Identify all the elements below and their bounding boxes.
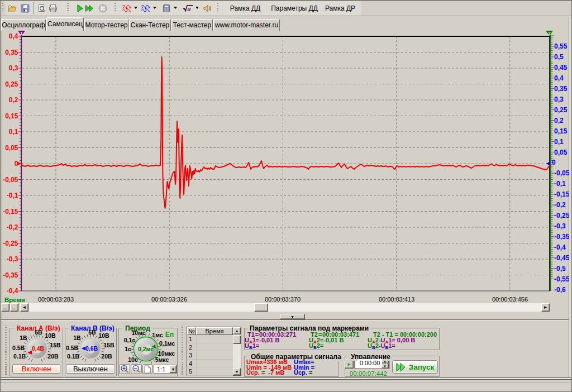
svg-text:0.1В: 0.1В: [67, 353, 80, 360]
svg-text:-0,3: -0,3: [554, 222, 566, 230]
svg-text:-0,4: -0,4: [7, 287, 18, 295]
svg-text:-0,3: -0,3: [7, 255, 18, 263]
svg-text:00:00:03:326: 00:00:03:326: [151, 296, 187, 303]
svg-text:0,15: 0,15: [5, 112, 18, 120]
svg-text:0,1с: 0,1с: [123, 337, 135, 343]
svg-text:10мс: 10мс: [131, 329, 145, 336]
svg-text:0,4: 0,4: [554, 74, 564, 82]
svg-text:5мкс: 5мкс: [155, 356, 169, 363]
svg-text:0,3: 0,3: [9, 64, 18, 72]
svg-text:0.1В: 0.1В: [13, 353, 26, 360]
svg-text:0,5: 0,5: [554, 53, 564, 61]
svg-text:0,1: 0,1: [9, 128, 18, 136]
svg-text:Время: Время: [4, 297, 25, 303]
svg-text:α: α: [188, 6, 192, 12]
svg-text:0,45: 0,45: [554, 64, 568, 71]
svg-text:−: −: [134, 365, 137, 371]
svg-text:20В: 20В: [101, 353, 112, 360]
svg-text:-0,1: -0,1: [554, 180, 566, 188]
svg-text:-0,15: -0,15: [3, 208, 18, 216]
svg-text:0,4В: 0,4В: [32, 345, 45, 352]
svg-text:1В: 1В: [73, 334, 81, 341]
svg-text:-0,35: -0,35: [554, 233, 570, 241]
svg-text:0.5В: 0.5В: [12, 345, 25, 351]
svg-text:10В: 10В: [98, 332, 109, 339]
svg-text:0,35: 0,35: [554, 85, 568, 93]
svg-text:-0,45: -0,45: [554, 254, 570, 262]
svg-text:-0,6: -0,6: [554, 286, 566, 294]
svg-text:00:00:03:413: 00:00:03:413: [379, 296, 414, 303]
svg-text:0,35: 0,35: [5, 49, 18, 56]
svg-text:1В: 1В: [20, 334, 27, 341]
svg-text:15В: 15В: [50, 342, 61, 348]
svg-text:0,2мс: 0,2мс: [137, 346, 153, 352]
svg-text:+: +: [122, 365, 126, 371]
svg-text:1: 1: [20, 31, 23, 36]
svg-text:-0,05: -0,05: [3, 176, 18, 184]
svg-text:-0,55: -0,55: [554, 275, 570, 283]
svg-text:0,25: 0,25: [554, 106, 568, 114]
svg-text:0.5В: 0.5В: [66, 345, 79, 351]
svg-text:-0,2: -0,2: [554, 201, 566, 209]
svg-text:0,1мс: 0,1мс: [159, 340, 174, 347]
svg-text:-0,25: -0,25: [554, 212, 570, 219]
svg-text:-0,25: -0,25: [3, 240, 18, 247]
svg-text:20В: 20В: [47, 353, 59, 360]
svg-text:00:00:03:456: 00:00:03:456: [492, 296, 528, 303]
svg-text:0,05: 0,05: [554, 149, 568, 156]
svg-text:0,2: 0,2: [554, 117, 564, 125]
svg-text:0,2: 0,2: [9, 96, 18, 104]
svg-text:5В: 5В: [88, 329, 96, 336]
svg-text:0,55: 0,55: [554, 42, 568, 50]
svg-text:5В: 5В: [35, 329, 42, 336]
svg-text:-0,35: -0,35: [3, 271, 18, 279]
svg-text:0: 0: [552, 159, 556, 166]
svg-text:00:00:03:370: 00:00:03:370: [265, 296, 301, 303]
svg-text:2: 2: [548, 31, 551, 36]
svg-text:10с: 10с: [128, 356, 138, 363]
svg-text:0,4: 0,4: [9, 32, 18, 40]
svg-text:1мс: 1мс: [152, 332, 163, 338]
svg-text:15В: 15В: [103, 342, 115, 348]
svg-text:-0,4: -0,4: [554, 243, 566, 251]
svg-text:0,6В: 0,6В: [85, 345, 98, 352]
svg-text:1с: 1с: [125, 346, 131, 352]
svg-text:0,15: 0,15: [554, 127, 568, 135]
svg-text:0,3: 0,3: [554, 95, 564, 103]
svg-text:10В: 10В: [45, 332, 56, 339]
svg-text:00:00:03:283: 00:00:03:283: [38, 296, 74, 303]
svg-text:0,05: 0,05: [5, 144, 18, 152]
svg-text:0,25: 0,25: [5, 80, 18, 88]
svg-text:-0,1: -0,1: [7, 192, 18, 199]
svg-text:0,1: 0,1: [554, 138, 564, 146]
svg-text:-0,2: -0,2: [7, 223, 18, 231]
svg-text:-0,5: -0,5: [554, 265, 566, 273]
svg-text:-0,05: -0,05: [554, 169, 570, 177]
svg-text:-0,15: -0,15: [554, 190, 570, 198]
